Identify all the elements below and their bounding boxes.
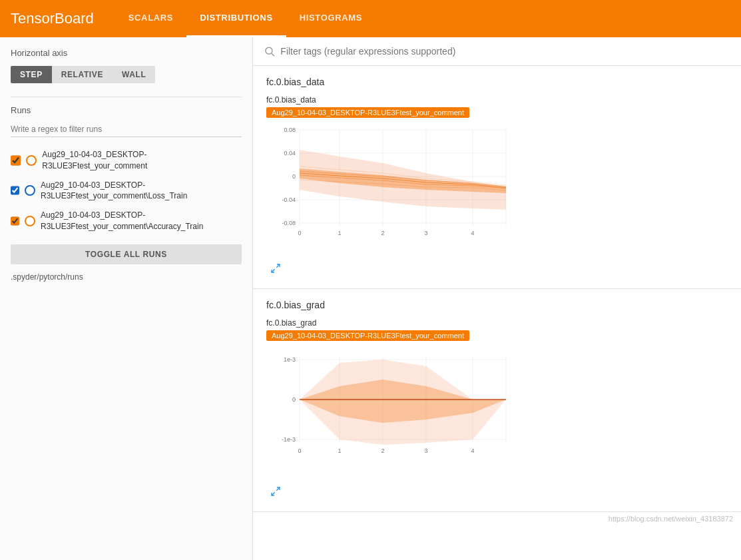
toggle-all-runs-button[interactable]: TOGGLE ALL RUNS — [11, 244, 242, 264]
chart-subtitle-0: fc.0.bias_data — [266, 95, 728, 105]
svg-line-47 — [272, 492, 275, 495]
footer-url: https://blog.csdn.net/weixin_43183872 — [253, 512, 741, 525]
chart-badge-1: Aug29_10-04-03_DESKTOP-R3LUE3Ftest_your_… — [266, 330, 469, 341]
run-item-2: Aug29_10-04-03_DESKTOP-R3LUE3Ftest_your_… — [11, 207, 242, 235]
run-circle-0[interactable] — [26, 155, 37, 166]
run-item-1: Aug29_10-04-03_DESKTOP-R3LUE3Ftest_your_… — [11, 177, 242, 205]
horizontal-axis-label: Horizontal axis — [11, 48, 242, 58]
runs-path: .spyder/pytorch/runs — [11, 272, 242, 282]
svg-text:0: 0 — [298, 447, 301, 454]
run-checkbox-2[interactable] — [11, 216, 19, 226]
svg-line-25 — [276, 264, 280, 268]
axis-wall-button[interactable]: WALL — [113, 66, 155, 83]
svg-text:1e-3: 1e-3 — [284, 356, 296, 363]
svg-text:4: 4 — [471, 230, 474, 236]
run-label-2: Aug29_10-04-03_DESKTOP-R3LUE3Ftest_your_… — [41, 210, 242, 232]
run-checkbox-1[interactable] — [11, 185, 19, 196]
axis-step-button[interactable]: STEP — [11, 66, 52, 83]
chart-subtitle-1: fc.0.bias_grad — [266, 318, 728, 328]
app-logo: TensorBoard — [11, 10, 94, 27]
chart-expand-button-1[interactable] — [266, 482, 285, 501]
svg-line-46 — [276, 487, 280, 491]
svg-text:0: 0 — [292, 396, 296, 403]
chart-area-1: 1e-3 0 -1e-3 0 1 2 3 4 — [266, 346, 513, 479]
svg-text:1: 1 — [338, 447, 341, 454]
chart-card-1: fc.0.bias_grad Aug29_10-04-03_DESKTOP-R3… — [266, 318, 728, 501]
svg-text:0: 0 — [298, 230, 301, 236]
run-label-0: Aug29_10-04-03_DESKTOP-R3LUE3Ftest_your_… — [42, 149, 242, 172]
chart-section-title-0: fc.0.bias_data — [266, 77, 728, 87]
svg-line-1 — [272, 53, 274, 56]
chart-badge-0: Aug29_10-04-03_DESKTOP-R3LUE3Ftest_your_… — [266, 107, 469, 118]
chart-section-0: fc.0.bias_data fc.0.bias_data Aug29_10-0… — [253, 66, 741, 289]
nav-histograms[interactable]: HISTOGRAMS — [286, 0, 375, 37]
svg-text:4: 4 — [471, 447, 474, 454]
svg-text:0: 0 — [292, 173, 296, 180]
sidebar: Horizontal axis STEP RELATIVE WALL Runs … — [0, 37, 253, 560]
svg-text:0.04: 0.04 — [284, 150, 296, 156]
search-bar — [253, 37, 741, 66]
chart-card-0: fc.0.bias_data Aug29_10-04-03_DESKTOP-R3… — [266, 95, 728, 278]
chart-svg-0: 0.08 0.04 0 -0.04 -0.08 0 1 2 3 4 — [266, 123, 513, 253]
svg-text:-1e-3: -1e-3 — [282, 436, 296, 443]
svg-text:1: 1 — [338, 230, 341, 236]
run-circle-1[interactable] — [25, 185, 35, 196]
svg-text:2: 2 — [381, 230, 384, 236]
run-checkbox-0[interactable] — [11, 155, 21, 166]
main-content: fc.0.bias_data fc.0.bias_data Aug29_10-0… — [253, 37, 741, 560]
svg-text:-0.08: -0.08 — [282, 220, 296, 226]
app-header: TensorBoard SCALARS DISTRIBUTIONS HISTOG… — [0, 0, 741, 37]
svg-line-26 — [272, 269, 275, 272]
chart-expand-button-0[interactable] — [266, 259, 285, 278]
chart-section-1: fc.0.bias_grad fc.0.bias_grad Aug29_10-0… — [253, 289, 741, 512]
tag-filter-input[interactable] — [280, 46, 730, 57]
svg-text:-0.04: -0.04 — [282, 196, 296, 203]
run-filter-input[interactable] — [11, 122, 242, 137]
run-item-0: Aug29_10-04-03_DESKTOP-R3LUE3Ftest_your_… — [11, 146, 242, 174]
search-icon — [264, 45, 275, 57]
chart-section-title-1: fc.0.bias_grad — [266, 300, 728, 310]
svg-text:0.08: 0.08 — [284, 127, 296, 133]
nav-distributions[interactable]: DISTRIBUTIONS — [186, 0, 286, 37]
svg-text:3: 3 — [424, 447, 427, 454]
nav-scalars[interactable]: SCALARS — [115, 0, 186, 37]
svg-text:3: 3 — [424, 230, 427, 236]
svg-text:2: 2 — [381, 447, 384, 454]
run-label-1: Aug29_10-04-03_DESKTOP-R3LUE3Ftest_your_… — [41, 180, 242, 202]
chart-svg-1: 1e-3 0 -1e-3 0 1 2 3 4 — [266, 346, 513, 476]
divider — [11, 97, 242, 97]
axis-relative-button[interactable]: RELATIVE — [52, 66, 113, 83]
axis-button-group: STEP RELATIVE WALL — [11, 66, 242, 83]
main-nav: SCALARS DISTRIBUTIONS HISTOGRAMS — [115, 0, 375, 37]
chart-area-0: 0.08 0.04 0 -0.04 -0.08 0 1 2 3 4 — [266, 123, 513, 256]
svg-point-0 — [266, 47, 272, 54]
runs-label: Runs — [11, 105, 242, 115]
run-circle-2[interactable] — [25, 216, 35, 226]
